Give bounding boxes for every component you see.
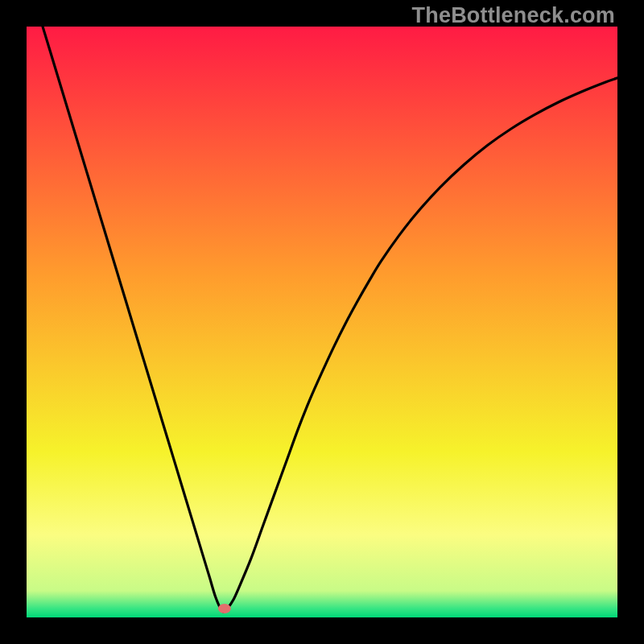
gradient-background xyxy=(27,27,617,617)
chart-plot xyxy=(27,27,617,617)
watermark-text: TheBottleneck.com xyxy=(412,3,615,28)
chart-frame: TheBottleneck.com xyxy=(0,0,644,644)
minimum-marker xyxy=(218,604,231,613)
